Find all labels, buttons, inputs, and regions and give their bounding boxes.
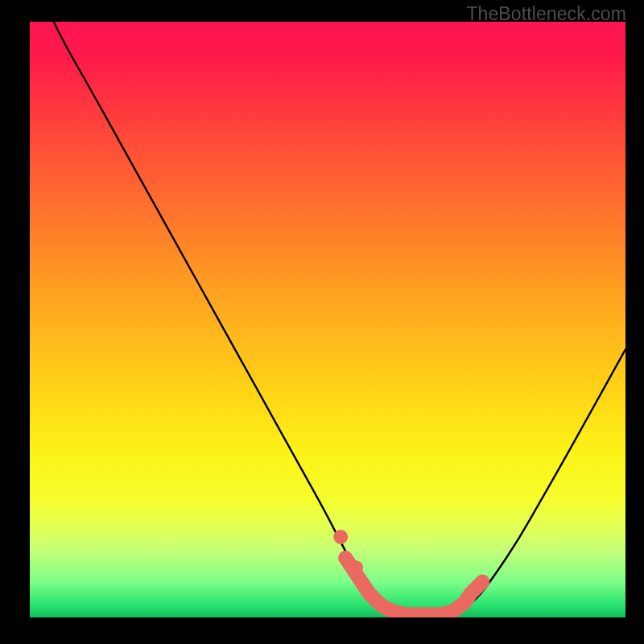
marker-dot	[333, 530, 348, 544]
plot-area	[30, 22, 625, 617]
bottleneck-curve	[54, 22, 625, 614]
marker-band	[345, 558, 482, 614]
chart-frame: TheBottleneck.com	[0, 0, 644, 644]
marker-dot	[349, 560, 363, 575]
highlighted-range	[333, 530, 482, 614]
curve-layer	[30, 22, 625, 617]
